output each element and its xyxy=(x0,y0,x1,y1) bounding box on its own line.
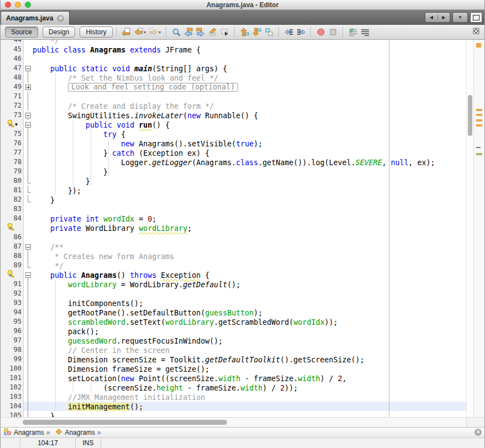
line-number: 96 xyxy=(1,326,24,336)
status-square-mark[interactable] xyxy=(476,43,481,48)
code-line: 77 } catch (Exception ex) { xyxy=(1,148,466,157)
next-bookmark-icon[interactable] xyxy=(251,27,263,38)
fold-toggle-icon[interactable] xyxy=(24,64,33,73)
line-number: 99 xyxy=(1,355,24,364)
line-number: 105 xyxy=(1,411,24,417)
fold-margin xyxy=(24,326,33,336)
line-number: 81 xyxy=(1,186,24,195)
maximize-editor-icon[interactable] xyxy=(470,12,482,23)
breadcrumb-close-icon[interactable]: ✕ xyxy=(475,429,482,436)
find-selection-icon[interactable] xyxy=(170,27,182,38)
fold-margin xyxy=(24,289,33,298)
status-bar: 104:17 INS xyxy=(1,438,484,448)
code-text: setLocation(new Point((screenSize.width … xyxy=(33,373,466,383)
nav-forward-icon[interactable] xyxy=(147,27,160,38)
toolbar-separator xyxy=(166,27,167,37)
fold-margin xyxy=(24,345,33,355)
code-line: 94 getRootPane().setDefaultButton(guessB… xyxy=(1,308,466,317)
line-number: 87 xyxy=(1,242,24,251)
horizontal-scrollbar[interactable] xyxy=(1,417,484,427)
source-view-button[interactable]: Source xyxy=(5,27,38,38)
warning-mark[interactable] xyxy=(476,119,482,122)
toolbar-separator xyxy=(116,27,117,37)
history-view-button[interactable]: History xyxy=(80,27,112,38)
tab-list-dropdown-icon[interactable]: ▼ xyxy=(452,12,468,23)
code-line: 103 //JMX Management initialization xyxy=(1,392,466,402)
fold-toggle-icon[interactable] xyxy=(24,82,33,92)
hint-arrow-icon: ▼ xyxy=(15,120,18,129)
code-editor[interactable]: 44 */45public class Anagrams extends JFr… xyxy=(1,40,484,417)
toggle-highlight-icon[interactable] xyxy=(207,27,219,38)
code-line: ▼ public void run() { xyxy=(1,120,466,129)
vertical-scrollbar[interactable] xyxy=(466,40,473,417)
tab-scroll-right-icon[interactable]: ▶ xyxy=(438,15,450,20)
breadcrumb-item-class[interactable]: Anagrams » xyxy=(4,428,52,437)
jump-last-edit-icon[interactable] xyxy=(120,27,133,38)
tab-anagrams-java[interactable]: Anagrams.java ✕ xyxy=(1,11,70,25)
hint-lightbulb-icon[interactable] xyxy=(1,270,24,280)
fold-margin xyxy=(24,402,33,411)
warning-mark[interactable] xyxy=(476,114,482,116)
fold-toggle-icon[interactable] xyxy=(24,242,33,251)
comment-icon[interactable]: // xyxy=(347,27,359,38)
fold-margin xyxy=(24,336,33,345)
fold-margin xyxy=(24,176,33,186)
line-number: 45 xyxy=(1,45,24,54)
code-text: Dimension frameSize = getSize(); xyxy=(33,364,466,373)
breadcrumb-item-constructor[interactable]: Anagrams » xyxy=(55,428,103,437)
fold-margin xyxy=(24,92,33,101)
fold-toggle-icon[interactable] xyxy=(24,270,33,280)
window-title: Anagrams.java - Editor xyxy=(1,1,484,9)
record-macro-icon[interactable] xyxy=(315,27,327,38)
code-line: 100 Dimension frameSize = getSize(); xyxy=(1,364,466,373)
toggle-bookmark-icon[interactable] xyxy=(263,27,275,38)
code-line: public Anagrams() throws Exception { xyxy=(1,270,466,280)
stop-macro-icon[interactable] xyxy=(327,27,339,38)
previous-bookmark-icon[interactable] xyxy=(239,27,251,38)
warning-mark[interactable] xyxy=(476,109,482,111)
code-line: 45public class Anagrams extends JFrame { xyxy=(1,45,466,54)
line-number: 44 xyxy=(1,40,24,45)
line-number: 78 xyxy=(1,157,24,167)
code-line: 81 }); xyxy=(1,186,466,195)
occurrence-mark[interactable] xyxy=(476,153,482,155)
vertical-scrollbar-thumb[interactable] xyxy=(468,95,472,136)
code-text: } xyxy=(33,411,466,417)
code-line: 73 SwingUtilities.invokeLater(new Runnab… xyxy=(1,110,466,120)
find-previous-icon[interactable] xyxy=(182,27,194,38)
code-text: * Creates new form Anagrams xyxy=(33,251,466,261)
fold-margin xyxy=(24,261,33,270)
shift-left-icon[interactable] xyxy=(283,27,295,38)
dropdown-caret-icon[interactable]: ▼ xyxy=(143,30,147,34)
chevron-right-icon[interactable]: » xyxy=(97,429,101,436)
horizontal-scrollbar-thumb[interactable] xyxy=(23,420,227,425)
fold-toggle-icon[interactable] xyxy=(24,120,33,129)
shift-right-icon[interactable] xyxy=(295,27,307,38)
tab-close-icon[interactable]: ✕ xyxy=(57,15,64,22)
code-line: 84 private int wordIdx = 0; xyxy=(1,214,466,223)
line-number: 77 xyxy=(1,148,24,157)
code-line: 79 } xyxy=(1,167,466,176)
constructor-icon xyxy=(55,428,62,437)
fold-margin xyxy=(24,45,33,54)
rectangular-selection-icon[interactable] xyxy=(219,27,231,38)
code-line: 96 pack(); xyxy=(1,326,466,336)
uncomment-icon[interactable] xyxy=(359,27,371,38)
line-number: 102 xyxy=(1,383,24,392)
chevron-right-icon[interactable]: » xyxy=(46,429,50,436)
fold-toggle-icon[interactable] xyxy=(24,110,33,120)
warning-mark[interactable] xyxy=(476,124,482,127)
collapsed-fold-placeholder[interactable]: Look and feel setting code (optional) xyxy=(68,83,238,92)
code-text: Look and feel setting code (optional) xyxy=(33,82,466,92)
hint-lightbulb-icon[interactable]: ▼ xyxy=(1,120,24,129)
tab-scroll-left-icon[interactable]: ◀ xyxy=(425,15,438,20)
code-line: 104 initManagement(); xyxy=(1,402,466,411)
caret-mark-mark[interactable] xyxy=(476,147,481,148)
hint-lightbulb-icon[interactable] xyxy=(1,223,24,233)
design-view-button[interactable]: Design xyxy=(43,27,75,38)
code-text: SwingUtilities.invokeLater(new Runnable(… xyxy=(33,110,466,120)
find-next-icon[interactable] xyxy=(194,27,207,38)
error-stripe[interactable] xyxy=(473,40,484,417)
fold-margin xyxy=(24,364,33,373)
code-line: 46 xyxy=(1,54,466,64)
